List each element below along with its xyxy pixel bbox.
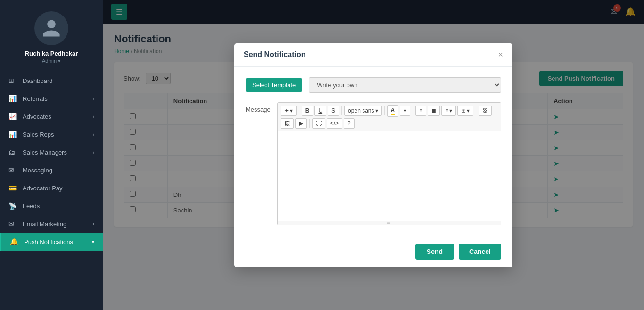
user-profile: Ruchika Pedhekar Admin ▾	[0, 0, 103, 72]
sidebar-item-label: Messaging	[23, 167, 52, 174]
toolbar-divider	[309, 119, 310, 128]
font-select-button[interactable]: open sans ▾	[344, 106, 381, 116]
chevron-down-icon: ▾	[92, 239, 94, 245]
advocates-icon: 📈	[8, 113, 18, 120]
sidebar-item-label: Feeds	[23, 203, 40, 210]
modal-body: Select Template Write your own Template …	[234, 67, 512, 236]
chevron-right-icon: ›	[93, 114, 94, 119]
link-icon: ⛓	[482, 107, 488, 114]
cancel-button[interactable]: Cancel	[459, 244, 501, 260]
sidebar-item-dashboard[interactable]: ⊞ Dashboard	[0, 72, 103, 90]
image-icon: 🖼	[284, 120, 290, 127]
chevron-right-icon: ›	[93, 221, 94, 227]
dashboard-icon: ⊞	[8, 77, 18, 84]
resize-icon: ═	[387, 220, 391, 226]
chevron-right-icon: ›	[93, 150, 94, 155]
sidebar-item-email-marketing[interactable]: ✉ Email Marketing ›	[0, 215, 103, 233]
select-template-button[interactable]: Select Template	[246, 78, 302, 92]
toolbar-divider	[476, 106, 476, 115]
messaging-icon: ✉	[8, 166, 18, 174]
sales-reps-icon: 📊	[8, 131, 18, 138]
table-icon: ⊞	[461, 107, 466, 114]
sidebar-item-referrals[interactable]: 📊 Referrals ›	[0, 90, 103, 107]
sidebar-item-label: Referrals	[23, 95, 48, 102]
help-icon: ?	[347, 120, 351, 127]
code-button[interactable]: </>	[327, 118, 342, 129]
referrals-icon: 📊	[8, 95, 18, 102]
bold-button[interactable]: B	[302, 106, 314, 116]
modal-footer: Send Cancel	[234, 236, 512, 267]
template-select[interactable]: Write your own Template 1 Template 2	[309, 77, 501, 93]
sidebar-item-label: Dashboard	[23, 77, 53, 84]
chevron-down-icon: ▾	[449, 107, 452, 114]
main-content: ☰ ✉ 9 🔔 Notification Home / Notification…	[103, 0, 644, 310]
sidebar-item-push-notifications[interactable]: 🔔 Push Notifications ▾	[0, 233, 103, 251]
chevron-right-icon: ›	[93, 132, 94, 137]
magic-toolbar-button[interactable]: ✦ ▾	[281, 106, 297, 116]
feeds-icon: 📡	[8, 202, 18, 210]
chevron-down-icon: ▾	[375, 107, 378, 114]
align-button[interactable]: ≡ ▾	[441, 106, 456, 116]
sidebar-item-label: Advocator Pay	[23, 185, 63, 192]
video-button[interactable]: ▶	[295, 118, 307, 129]
message-label: Message	[246, 102, 271, 113]
sidebar-item-sales-managers[interactable]: 🗂 Sales Managers ›	[0, 143, 103, 161]
sidebar-item-label: Email Marketing	[23, 220, 66, 228]
toolbar-divider	[299, 106, 299, 115]
video-icon: ▶	[299, 120, 303, 127]
modal-close-button[interactable]: ×	[498, 50, 503, 60]
message-editor-content[interactable]	[278, 131, 501, 221]
modal-header: Send Notification ×	[234, 43, 512, 67]
push-notifications-icon: 🔔	[10, 238, 19, 245]
image-button[interactable]: 🖼	[281, 118, 294, 129]
editor-toolbar: ✦ ▾ B U S open sans	[278, 103, 501, 131]
sidebar-item-sales-reps[interactable]: 📊 Sales Reps ›	[0, 125, 103, 143]
avatar	[34, 11, 68, 45]
help-button[interactable]: ?	[344, 118, 355, 129]
fullscreen-button[interactable]: ⛶	[312, 118, 325, 129]
toolbar-divider	[341, 106, 342, 115]
chevron-down-icon: ▾	[290, 107, 293, 114]
sidebar-item-label: Advocates	[23, 113, 51, 120]
toolbar-divider	[413, 106, 413, 115]
sidebar-navigation: ⊞ Dashboard 📊 Referrals › 📈 Advocates › …	[0, 72, 103, 310]
table-button[interactable]: ⊞ ▾	[457, 106, 473, 116]
list-ul-icon: ≡	[419, 107, 422, 114]
sidebar-item-label: Push Notifications	[24, 238, 73, 245]
template-row: Select Template Write your own Template …	[246, 77, 501, 93]
sidebar-item-label: Sales Reps	[23, 131, 54, 138]
username-label: Ruchika Pedhekar	[25, 50, 78, 57]
font-label: open sans	[348, 107, 374, 114]
text-color-label: A	[391, 107, 395, 115]
magic-icon: ✦	[284, 107, 289, 114]
link-button[interactable]: ⛓	[479, 106, 492, 116]
message-row: Message ✦ ▾ B U S	[246, 102, 501, 225]
code-icon: </>	[330, 120, 339, 127]
message-editor: ✦ ▾ B U S open sans	[277, 102, 501, 225]
sidebar-item-label: Sales Managers	[23, 149, 67, 156]
sidebar-item-feeds[interactable]: 📡 Feeds	[0, 197, 103, 215]
send-notification-modal: Send Notification × Select Template Writ…	[234, 43, 512, 267]
text-color-button[interactable]: A	[387, 105, 399, 117]
sidebar-item-messaging[interactable]: ✉ Messaging	[0, 161, 103, 179]
fullscreen-icon: ⛶	[316, 120, 322, 127]
advocator-pay-icon: 💳	[8, 184, 18, 192]
sidebar-item-advocates[interactable]: 📈 Advocates ›	[0, 107, 103, 125]
list-ol-icon: ≣	[431, 107, 436, 114]
modal-overlay: Send Notification × Select Template Writ…	[103, 0, 644, 310]
ordered-list-button[interactable]: ≣	[428, 106, 440, 116]
sidebar-item-advocator-pay[interactable]: 💳 Advocator Pay	[0, 179, 103, 197]
toolbar-divider	[384, 106, 385, 115]
color-dropdown-button[interactable]: ▾	[400, 106, 410, 116]
sidebar: Ruchika Pedhekar Admin ▾ ⊞ Dashboard 📊 R…	[0, 0, 103, 310]
chevron-down-icon: ▾	[467, 107, 470, 114]
modal-title: Send Notification	[244, 50, 306, 59]
strikethrough-button[interactable]: S	[328, 106, 339, 116]
send-button[interactable]: Send	[415, 244, 454, 260]
email-marketing-icon: ✉	[8, 220, 18, 228]
unordered-list-button[interactable]: ≡	[415, 106, 426, 116]
strikethrough-icon: S	[331, 107, 335, 114]
editor-resize-handle[interactable]: ═	[278, 221, 501, 225]
chevron-right-icon: ›	[93, 96, 94, 101]
underline-button[interactable]: U	[314, 106, 326, 116]
